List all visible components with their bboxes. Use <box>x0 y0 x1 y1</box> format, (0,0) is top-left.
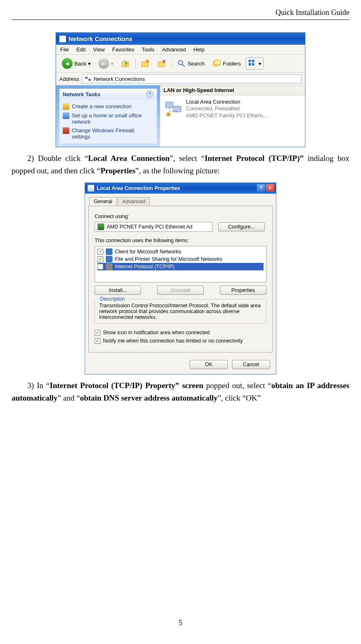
delete-folder-button[interactable] <box>155 58 169 69</box>
menu-advanced[interactable]: Advanced <box>162 46 186 53</box>
ok-button[interactable]: OK <box>190 360 228 369</box>
sidebar-item-label: Change Windows Firewall settings <box>72 127 154 140</box>
chevron-down-icon: ▾ <box>88 61 91 67</box>
sidebar-item-create-connection[interactable]: Create a new connection <box>63 102 154 111</box>
list-item-selected[interactable]: Internet Protocol (TCP/IP) <box>98 263 263 270</box>
client-icon <box>106 248 112 255</box>
toolbar-separator <box>171 58 172 68</box>
svg-rect-15 <box>166 102 173 108</box>
menu-edit[interactable]: Edit <box>76 46 85 53</box>
folders-label: Folders <box>223 61 241 67</box>
page-header-right: Quick Installation Guide <box>12 8 349 18</box>
list-item[interactable]: Client for Microsoft Networks <box>98 248 263 255</box>
address-field[interactable]: Network Connections <box>82 74 302 83</box>
new-connection-icon <box>63 103 69 110</box>
connect-using-label: Connect using: <box>95 214 266 219</box>
step-3-text: 3) In “Internet Protocol (TCP/IP) Proper… <box>12 379 349 405</box>
address-value: Network Connections <box>94 76 145 82</box>
sidebar-item-firewall[interactable]: Change Windows Firewall settings <box>63 126 154 141</box>
svg-rect-10 <box>249 63 251 66</box>
collapse-icon: ˄ <box>146 90 154 98</box>
connection-item[interactable]: Local Area Connection Connected, Firewal… <box>160 95 305 122</box>
page-number: 5 <box>0 619 361 627</box>
close-button[interactable]: × <box>266 184 274 192</box>
tab-strip: General Advanced <box>85 194 276 206</box>
menu-favorites[interactable]: Favorites <box>112 46 134 53</box>
search-icon <box>177 59 186 68</box>
lan-connection-icon <box>164 100 183 117</box>
window-title: Network Connections <box>68 35 132 42</box>
list-item[interactable]: File and Printer Sharing for Microsoft N… <box>98 255 263 263</box>
svg-rect-18 <box>167 113 170 116</box>
menu-help[interactable]: Help <box>193 46 205 53</box>
connection-status: Connected, Firewalled <box>186 105 267 112</box>
items-list[interactable]: Client for Microsoft Networks File and P… <box>95 246 266 282</box>
step-2-text: 2) Double click “Local Area Connection”,… <box>12 152 349 177</box>
views-button[interactable]: ▾ <box>246 57 263 70</box>
svg-rect-11 <box>252 63 254 66</box>
toolbar: ◄ Back ▾ ► ▾ <box>56 55 305 73</box>
list-item-label: Internet Protocol (TCP/IP) <box>115 264 175 270</box>
configure-button[interactable]: Configure... <box>218 222 265 231</box>
toolbar-separator <box>135 58 136 68</box>
address-bar: Address Network Connections <box>56 73 305 85</box>
search-button[interactable]: Search <box>174 58 207 69</box>
tab-advanced[interactable]: Advanced <box>117 197 150 206</box>
back-button[interactable]: ◄ Back ▾ <box>59 57 93 70</box>
list-item-label: Client for Microsoft Networks <box>115 249 181 255</box>
views-icon <box>248 59 257 68</box>
sidebar-header[interactable]: Network Tasks ˄ <box>59 89 157 100</box>
forward-button[interactable]: ► ▾ <box>96 57 116 70</box>
svg-point-4 <box>178 61 183 65</box>
folder-delete-icon <box>157 59 166 68</box>
description-group: Description Transmission Control Protoco… <box>95 299 266 324</box>
uninstall-button: Uninstall <box>157 286 204 295</box>
notify-checkbox[interactable] <box>95 338 100 344</box>
dialog-title-bar: Local Area Connection Properties ? × <box>85 183 276 194</box>
sidebar-title: Network Tasks <box>63 91 100 97</box>
tab-general[interactable]: General <box>89 197 117 206</box>
cancel-button[interactable]: Cancel <box>232 360 270 369</box>
firewall-icon <box>63 127 69 134</box>
install-button[interactable]: Install... <box>95 286 141 295</box>
menu-bar: File Edit View Favorites Tools Advanced … <box>56 45 305 55</box>
search-label: Search <box>188 61 205 67</box>
checkbox-icon[interactable] <box>98 256 103 262</box>
dialog-title: Local Area Connection Properties <box>97 185 180 191</box>
protocol-icon <box>106 263 112 270</box>
menu-tools[interactable]: Tools <box>142 46 154 53</box>
svg-rect-12 <box>85 77 88 79</box>
connection-device: AMD PCNET Family PCI Ethern... <box>186 112 267 119</box>
folders-icon <box>212 59 221 68</box>
svg-rect-3 <box>158 62 165 67</box>
list-item-label: File and Printer Sharing for Microsoft N… <box>115 256 222 262</box>
properties-button[interactable]: Properties <box>220 286 266 295</box>
svg-rect-8 <box>249 60 251 62</box>
help-button[interactable]: ? <box>257 184 265 192</box>
menu-view[interactable]: View <box>93 46 105 53</box>
menu-file[interactable]: File <box>60 46 69 53</box>
forward-arrow-icon: ► <box>98 58 109 69</box>
adapter-name: AMD PCNET Family PCI Ethernet Ad <box>107 224 193 230</box>
back-label: Back <box>74 61 86 67</box>
network-icon <box>85 75 91 82</box>
lac-properties-dialog: Local Area Connection Properties ? × Gen… <box>85 182 276 374</box>
notify-label: Notify me when this connection has limit… <box>103 338 243 344</box>
folders-button[interactable]: Folders <box>210 58 243 69</box>
checkbox-icon[interactable] <box>98 249 103 255</box>
tab-panel: Connect using: AMD PCNET Family PCI Ethe… <box>88 206 273 352</box>
new-folder-button[interactable] <box>138 58 152 69</box>
svg-line-5 <box>182 64 185 67</box>
chevron-down-icon: ▾ <box>111 61 114 67</box>
checkbox-icon[interactable] <box>98 264 103 270</box>
connection-name: Local Area Connection <box>186 99 267 105</box>
category-header: LAN or High-Speed Internet <box>160 85 305 95</box>
folder-up-icon <box>121 59 130 68</box>
svg-rect-13 <box>88 79 91 81</box>
sidebar-item-home-network[interactable]: Set up a home or small office network <box>63 111 154 126</box>
printer-share-icon <box>106 256 112 262</box>
up-button[interactable] <box>119 58 133 69</box>
content-pane: LAN or High-Speed Internet Local Area Co… <box>160 85 305 147</box>
show-icon-checkbox[interactable] <box>95 330 100 335</box>
header-rule <box>12 19 349 20</box>
